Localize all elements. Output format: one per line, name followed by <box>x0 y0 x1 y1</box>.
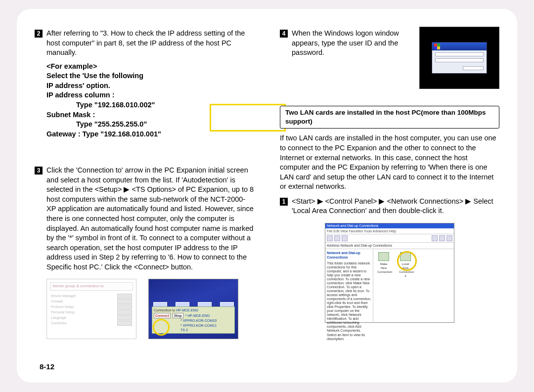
input-line-icon <box>435 52 484 56</box>
fig-row: Protocol Setup <box>51 305 132 309</box>
window-body: Network and Dial-up Connections This fol… <box>325 249 454 323</box>
step-4-row: 4 When the Windows logon window appears,… <box>280 29 499 89</box>
fig-tab-header: Server group & connection to <box>50 282 133 291</box>
side-panel-header: Network and Dial-up Connections <box>327 251 371 260</box>
connect-button: Connect <box>154 313 171 318</box>
figure-windows-logon <box>419 27 499 89</box>
side-panel: Network and Dial-up Connections This fol… <box>325 249 373 323</box>
step-3: 3 Click the 'Connection to' arrow in the… <box>35 166 254 272</box>
step-number: 3 <box>35 167 43 174</box>
stop-button: Stop <box>173 313 183 318</box>
toolbar-button-icon <box>432 235 438 241</box>
fig-row: Firewall <box>51 299 132 304</box>
fig-button <box>117 321 132 326</box>
fig-row: Connector <box>51 321 132 326</box>
example-line: IP address' option. <box>46 81 254 91</box>
example-line: Select the 'Use the following <box>46 71 254 81</box>
windows-flag-icon <box>434 44 440 49</box>
figure-network-connections: Network and Dial-up Connections File Edi… <box>325 223 454 323</box>
step-1: 1 <Start> ▶ <Control Panel> ▶ <Network C… <box>280 197 499 216</box>
step-text: <Start> ▶ <Control Panel> ▶ <Network Con… <box>292 197 499 216</box>
fig-button <box>117 315 132 320</box>
right-column: 4 When the Windows logon window appears,… <box>267 29 512 377</box>
fig-button <box>117 299 132 304</box>
fig-button <box>117 294 132 299</box>
step-number: 1 <box>280 198 288 206</box>
step-text: After referring to "3. How to check the … <box>46 29 254 58</box>
connection-glyph-icon <box>378 252 389 261</box>
step-text: When the Windows logon window appears, t… <box>292 29 413 85</box>
logon-dialog <box>432 42 487 74</box>
manual-page-spread: 2 After referring to "3. How to check th… <box>17 9 517 383</box>
section-heading-box: Two LAN cards are installed in the host … <box>280 106 499 129</box>
fig-row: Language <box>51 315 132 320</box>
step-number: 2 <box>35 30 43 38</box>
step-number: 4 <box>280 30 288 38</box>
icon-area: Make New Connection Local Area Connectio… <box>373 249 454 323</box>
example-line: IP address column : <box>46 90 254 100</box>
logon-dialog-header <box>432 43 487 50</box>
input-line-icon <box>435 58 484 62</box>
figure-options-dialog: Server group & connection to Device Mana… <box>46 279 136 339</box>
connection-to-label: Connection to <box>154 308 175 312</box>
fig-button <box>117 305 132 309</box>
highlight-circle-icon <box>397 251 417 271</box>
window-titlebar: Network and Dial-up Connections <box>325 223 454 228</box>
section-paragraph: If two LAN cards are installed in the ho… <box>280 133 499 191</box>
fig-row: Personal Setup <box>51 310 132 315</box>
address-bar: Address Network and Dial-up Connections <box>325 243 454 249</box>
window-menubar: File Edit View Favorites Tools Advanced … <box>325 228 454 234</box>
example-header: <For example> <box>46 62 254 72</box>
figure-row: Server group & connection to Device Mana… <box>46 279 254 339</box>
toolbar-button-icon <box>446 235 452 241</box>
step-text: Click the 'Connection to' arrow in the P… <box>46 166 254 272</box>
left-column: 2 After referring to "3. How to check th… <box>22 29 267 377</box>
figure-connection-screen: Connection to HP-MCE-ENG Connect Stop * … <box>148 279 238 339</box>
window-toolbar <box>325 234 454 243</box>
button-icon <box>463 66 484 70</box>
toolbar-button-icon <box>334 235 340 241</box>
step-4: 4 When the Windows logon window appears,… <box>280 29 413 85</box>
page-number: 8-12 <box>40 362 54 372</box>
toolbar-button-icon <box>342 235 348 241</box>
fig-row: Device Manager <box>51 294 132 299</box>
toolbar-button-icon <box>327 235 333 241</box>
connection-icon: Make New Connection <box>377 252 390 274</box>
step-2: 2 After referring to "3. How to check th… <box>35 29 254 58</box>
toolbar-button-icon <box>439 235 445 241</box>
side-panel-text: This folder contains network connections… <box>327 261 371 341</box>
fig-button <box>117 310 132 315</box>
